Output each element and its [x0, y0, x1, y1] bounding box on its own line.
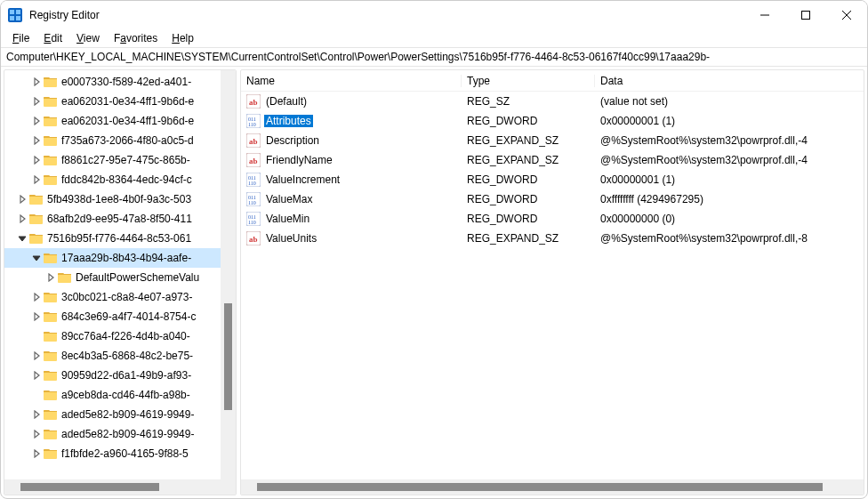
value-row[interactable]: (Default)REG_SZ(value not set) — [241, 92, 864, 111]
expand-collapse-icon[interactable] — [29, 405, 44, 424]
tree-item[interactable]: 89cc76a4-f226-4d4b-a040- — [4, 326, 236, 346]
close-button[interactable] — [826, 1, 867, 29]
folder-icon — [44, 447, 58, 461]
expand-collapse-icon[interactable] — [15, 189, 29, 209]
tree-hscroll-thumb[interactable] — [20, 483, 159, 491]
value-type: REG_DWORD — [462, 213, 595, 225]
tree-item[interactable]: DefaultPowerSchemeValu — [4, 268, 236, 287]
main-split: e0007330-f589-42ed-a401-ea062031-0e34-4f… — [1, 67, 867, 498]
tree-item[interactable]: a9ceb8da-cd46-44fb-a98b- — [4, 385, 236, 405]
value-data: 0x00000001 (1) — [595, 115, 864, 127]
expand-collapse-icon[interactable] — [15, 229, 29, 248]
tree-item[interactable]: e0007330-f589-42ed-a401- — [4, 72, 236, 92]
tree-item-label: 89cc76a4-f226-4d4b-a040- — [61, 330, 190, 342]
tree-item-label: 17aaa29b-8b43-4b94-aafe- — [61, 252, 191, 264]
dword-value-icon — [246, 114, 261, 128]
tree-item[interactable]: f1fbfde2-a960-4165-9f88-5 — [4, 444, 236, 463]
folder-icon — [29, 212, 44, 226]
value-row[interactable]: FriendlyNameREG_EXPAND_SZ@%SystemRoot%\s… — [241, 150, 864, 170]
expand-collapse-icon[interactable] — [29, 170, 44, 189]
header-type[interactable]: Type — [462, 75, 595, 87]
value-name: ValueIncrement — [264, 173, 342, 186]
tree-item-label: 8ec4b3a5-6868-48c2-be75- — [61, 350, 193, 362]
svg-rect-4 — [16, 16, 20, 20]
expand-collapse-icon[interactable] — [29, 111, 44, 131]
window-title: Registry Editor — [29, 9, 100, 21]
value-type: REG_DWORD — [462, 115, 595, 127]
address-bar[interactable]: Computer\HKEY_LOCAL_MACHINE\SYSTEM\Curre… — [1, 47, 867, 67]
tree-item-label: f735a673-2066-4f80-a0c5-d — [61, 134, 194, 147]
expand-collapse-icon[interactable] — [29, 150, 44, 170]
tree-item-label: aded5e82-b909-4619-9949- — [61, 428, 194, 440]
tree-item[interactable]: 684c3e69-a4f7-4014-8754-c — [4, 307, 236, 326]
value-row[interactable]: DescriptionREG_EXPAND_SZ@%SystemRoot%\sy… — [241, 131, 864, 150]
menu-edit[interactable]: Edit — [37, 31, 68, 45]
expand-collapse-icon[interactable] — [29, 72, 44, 92]
tree-item[interactable]: f735a673-2066-4f80-a0c5-d — [4, 131, 236, 150]
expand-collapse-icon[interactable] — [44, 268, 58, 287]
tree-item[interactable]: ea062031-0e34-4ff1-9b6d-e — [4, 111, 236, 131]
value-row[interactable]: ValueUnitsREG_EXPAND_SZ@%SystemRoot%\sys… — [241, 229, 864, 248]
tree-item[interactable]: f8861c27-95e7-475c-865b- — [4, 150, 236, 170]
expand-collapse-icon[interactable] — [29, 424, 44, 444]
tree-item-label: e0007330-f589-42ed-a401- — [61, 76, 191, 88]
value-data: @%SystemRoot%\system32\powrprof.dll,-8 — [595, 232, 864, 245]
menu-favorites[interactable]: Favorites — [108, 31, 164, 45]
folder-icon — [44, 94, 58, 109]
tree-item[interactable]: 7516b95f-f776-4464-8c53-061 — [4, 229, 236, 248]
expand-collapse-icon[interactable] — [29, 366, 44, 385]
expand-collapse-icon — [29, 326, 44, 346]
tree-item[interactable]: aded5e82-b909-4619-9949- — [4, 424, 236, 444]
menu-view[interactable]: View — [70, 31, 106, 45]
tree-item[interactable]: 3c0bc021-c8a8-4e07-a973- — [4, 287, 236, 307]
expand-collapse-icon[interactable] — [29, 287, 44, 307]
expand-collapse-icon[interactable] — [29, 131, 44, 150]
svg-rect-6 — [802, 12, 810, 20]
tree-hscrollbar[interactable] — [4, 479, 236, 495]
tree-item[interactable]: fddc842b-8364-4edc-94cf-c — [4, 170, 236, 189]
folder-icon — [29, 231, 44, 245]
value-data: 0x00000001 (1) — [595, 173, 864, 186]
minimize-button[interactable] — [744, 1, 785, 29]
svg-rect-3 — [10, 16, 14, 20]
value-row[interactable]: AttributesREG_DWORD0x00000001 (1) — [241, 111, 864, 131]
values-list[interactable]: (Default)REG_SZ(value not set)Attributes… — [241, 92, 864, 248]
header-data[interactable]: Data — [595, 75, 864, 87]
value-data: 0xffffffff (4294967295) — [595, 193, 864, 205]
expand-collapse-icon[interactable] — [29, 307, 44, 326]
expand-collapse-icon[interactable] — [29, 444, 44, 463]
maximize-button[interactable] — [785, 1, 826, 29]
value-name: (Default) — [264, 95, 309, 108]
string-value-icon — [246, 94, 261, 109]
value-name: ValueMin — [264, 213, 311, 225]
value-data: (value not set) — [595, 95, 864, 108]
tree-item[interactable]: 5fb4938d-1ee8-4b0f-9a3c-503 — [4, 189, 236, 209]
values-hscrollbar[interactable] — [241, 479, 864, 495]
menu-file[interactable]: File — [6, 31, 36, 45]
folder-icon — [44, 173, 58, 187]
registry-tree[interactable]: e0007330-f589-42ed-a401-ea062031-0e34-4f… — [4, 70, 236, 463]
expand-collapse-icon[interactable] — [15, 209, 29, 229]
tree-item[interactable]: 8ec4b3a5-6868-48c2-be75- — [4, 346, 236, 366]
tree-vscrollbar[interactable] — [221, 70, 236, 479]
value-data: @%SystemRoot%\system32\powrprof.dll,-4 — [595, 154, 864, 166]
header-name[interactable]: Name — [241, 75, 462, 87]
value-row[interactable]: ValueMinREG_DWORD0x00000000 (0) — [241, 209, 864, 229]
value-data: @%SystemRoot%\system32\powrprof.dll,-4 — [595, 134, 864, 147]
values-hscroll-thumb[interactable] — [257, 483, 823, 491]
expand-collapse-icon[interactable] — [29, 92, 44, 111]
dword-value-icon — [246, 173, 261, 187]
folder-icon — [44, 133, 58, 148]
folder-icon — [44, 329, 58, 343]
tree-item[interactable]: 68afb2d9-ee95-47a8-8f50-411 — [4, 209, 236, 229]
expand-collapse-icon[interactable] — [29, 346, 44, 366]
value-row[interactable]: ValueMaxREG_DWORD0xffffffff (4294967295) — [241, 189, 864, 209]
tree-item[interactable]: 17aaa29b-8b43-4b94-aafe- — [4, 248, 236, 268]
tree-item[interactable]: ea062031-0e34-4ff1-9b6d-e — [4, 92, 236, 111]
expand-collapse-icon[interactable] — [29, 248, 44, 268]
menu-help[interactable]: Help — [165, 31, 200, 45]
tree-item[interactable]: aded5e82-b909-4619-9949- — [4, 405, 236, 424]
tree-vscroll-thumb[interactable] — [224, 303, 232, 410]
value-row[interactable]: ValueIncrementREG_DWORD0x00000001 (1) — [241, 170, 864, 189]
tree-item[interactable]: 90959d22-d6a1-49b9-af93- — [4, 366, 236, 385]
